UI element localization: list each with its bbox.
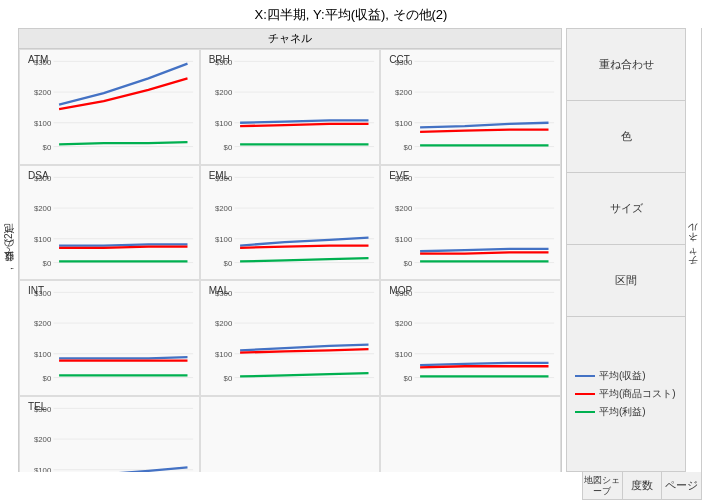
cell-label-TEL: TEL [28,401,46,412]
color-button[interactable]: 色 [567,101,685,173]
svg-text:$100: $100 [215,350,233,359]
bottom-left-spacer [0,472,18,500]
svg-text:$200: $200 [395,204,413,213]
cell-empty-1 [200,396,381,472]
legend-color-cost [575,393,595,395]
svg-text:$0: $0 [404,143,413,152]
channel-header: チャネル [18,28,562,49]
sparkline-INT: $300 $200 $100 $0 [20,281,199,395]
channel-label-vertical: チャネル [686,28,702,472]
svg-text:$0: $0 [223,259,232,268]
cell-label-EML: EML [209,170,230,181]
sparkline-EVE: $300 $200 $100 $0 [381,166,560,280]
svg-text:$0: $0 [43,259,52,268]
bottom-right-buttons: 地図シェーブ 度数 ページ [582,472,702,500]
svg-text:$0: $0 [43,143,52,152]
chart-grid: ATM $300 $200 $100 $0 [18,49,562,472]
svg-text:$200: $200 [215,204,233,213]
svg-text:$100: $100 [34,466,52,472]
bottom-chart-spacer [18,472,580,500]
sparkline-MOP: $300 $200 $100 $0 [381,281,560,395]
svg-text:$100: $100 [395,350,413,359]
sparkline-TEL: $300 $200 $100 $0 [20,397,199,472]
bottom-area: 地図シェーブ 度数 ページ [0,472,702,500]
svg-text:$200: $200 [215,320,233,329]
cell-DSA: DSA $300 $200 $100 $0 [19,165,200,281]
cell-TEL: TEL $300 $200 $100 $0 [19,396,200,472]
svg-text:$200: $200 [34,320,52,329]
svg-text:$100: $100 [34,235,52,244]
page-button[interactable]: ページ [662,472,701,499]
svg-text:$0: $0 [43,374,52,383]
cell-empty-2 [380,396,561,472]
cell-INT: INT $300 $200 $100 $0 [19,280,200,396]
cell-label-BRH: BRH [209,54,230,65]
svg-text:$200: $200 [34,435,52,444]
cell-CCT: CCT $300 $200 $100 $0 [380,49,561,165]
legend-item-revenue: 平均(収益) [575,369,646,383]
legend-color-profit [575,411,595,413]
legend-item-cost: 平均(商品コスト) [575,387,676,401]
interval-button[interactable]: 区間 [567,245,685,317]
content-area: 収益, その他(2) チャネル ATM $300 [0,28,702,472]
svg-text:$0: $0 [404,259,413,268]
cell-EML: EML $300 $200 $100 $0 [200,165,381,281]
svg-text:$100: $100 [215,235,233,244]
sparkline-ATM: $300 $200 $100 $0 [20,50,199,164]
svg-text:$200: $200 [395,320,413,329]
y-axis-label: 収益, その他(2) [0,28,18,472]
svg-text:$200: $200 [395,88,413,97]
cell-label-MAL: MAL [209,285,230,296]
sparkline-MAL: $300 $200 $100 $0 [201,281,380,395]
legend-label-profit: 平均(利益) [599,405,646,419]
sparkline-BRH: $300 $200 $100 $0 [201,50,380,164]
svg-text:$100: $100 [34,350,52,359]
svg-text:$0: $0 [223,143,232,152]
sparkline-EML: $300 $200 $100 $0 [201,166,380,280]
main-container: X:四半期, Y:平均(収益), その他(2) 収益, その他(2) チャネル … [0,0,702,500]
legend-color-revenue [575,375,595,377]
chart-title: X:四半期, Y:平均(収益), その他(2) [0,0,702,28]
svg-text:$0: $0 [223,374,232,383]
legend-label-revenue: 平均(収益) [599,369,646,383]
cell-label-CCT: CCT [389,54,410,65]
svg-text:$0: $0 [404,374,413,383]
map-shave-button[interactable]: 地図シェーブ [583,472,623,499]
cell-BRH: BRH $300 $200 $100 $0 [200,49,381,165]
cell-label-ATM: ATM [28,54,48,65]
cell-label-EVE: EVE [389,170,409,181]
size-button[interactable]: サイズ [567,173,685,245]
svg-text:$200: $200 [215,88,233,97]
frequency-button[interactable]: 度数 [623,472,663,499]
legend-label-cost: 平均(商品コスト) [599,387,676,401]
svg-text:$100: $100 [34,119,52,128]
overlay-button[interactable]: 重ね合わせ [567,29,685,101]
chart-area: チャネル ATM $300 $200 $100 [18,28,562,472]
right-panel: 重ね合わせ 色 サイズ 区間 平均(収益) [566,28,686,472]
cell-label-INT: INT [28,285,44,296]
svg-text:$200: $200 [34,204,52,213]
svg-text:$200: $200 [34,88,52,97]
cell-ATM: ATM $300 $200 $100 $0 [19,49,200,165]
sparkline-DSA: $300 $200 $100 $0 [20,166,199,280]
legend-area: 平均(収益) 平均(商品コスト) 平均(利益) [567,317,685,471]
cell-MOP: MOP $300 $200 $100 $0 [380,280,561,396]
cell-EVE: EVE $300 $200 $100 $0 [380,165,561,281]
cell-label-MOP: MOP [389,285,412,296]
svg-text:$100: $100 [395,119,413,128]
legend-item-profit: 平均(利益) [575,405,646,419]
svg-text:$100: $100 [215,119,233,128]
sparkline-CCT: $300 $200 $100 $0 [381,50,560,164]
cell-MAL: MAL $300 $200 $100 $0 [200,280,381,396]
cell-label-DSA: DSA [28,170,49,181]
svg-text:$100: $100 [395,235,413,244]
